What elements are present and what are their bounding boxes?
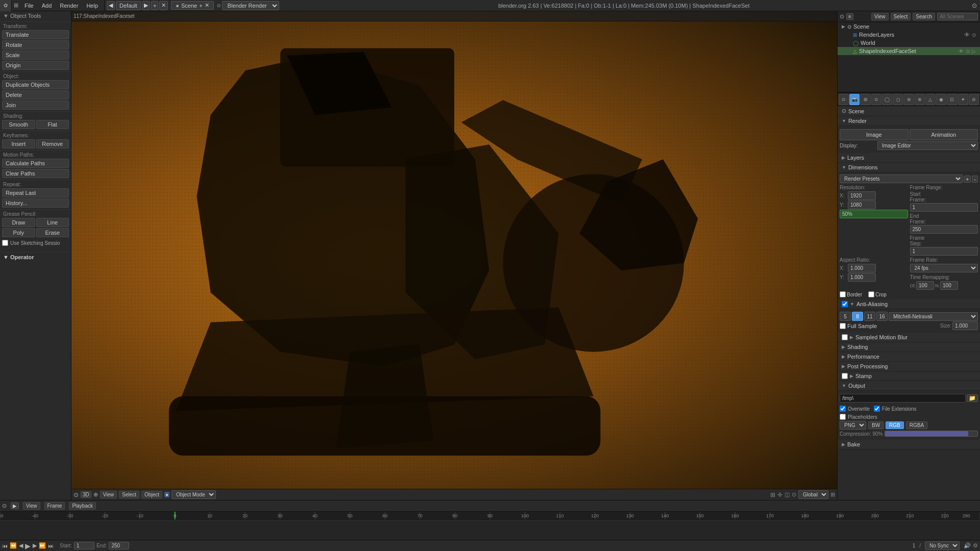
timeline-frame-btn[interactable]: Frame <box>44 502 65 510</box>
layout-add-btn[interactable]: + <box>151 1 158 10</box>
mode-selector[interactable]: Object Mode <box>172 490 216 499</box>
insert-btn[interactable]: Insert <box>2 139 35 148</box>
tab-object[interactable]: ◻ <box>893 94 903 105</box>
outliner-nav-icon[interactable]: ⊙ <box>840 13 844 20</box>
menu-render[interactable]: Render <box>56 0 82 11</box>
scene-tab-add[interactable]: + <box>199 3 202 9</box>
tab-constraints[interactable]: ⊛ <box>903 94 914 105</box>
draw-btn[interactable]: Draw <box>2 218 35 227</box>
next-frame-btn[interactable]: ⏩ <box>39 542 46 549</box>
tab-physics[interactable]: ⊘ <box>969 94 979 105</box>
keying-icon[interactable]: ⚙ <box>973 542 978 549</box>
aa-11-btn[interactable]: 11 <box>864 312 875 321</box>
res-percent-field[interactable] <box>840 210 908 218</box>
shape-select-icon[interactable]: ▷ <box>972 48 976 54</box>
smooth-btn[interactable]: Smooth <box>2 120 35 129</box>
timeline-playback-btn[interactable]: Playback <box>69 502 96 510</box>
outliner-select-btn[interactable]: Select <box>891 13 911 20</box>
menu-icon[interactable]: ⊞ <box>12 2 20 9</box>
transform-selector[interactable]: Global <box>798 490 828 499</box>
full-sample-checkbox[interactable] <box>840 323 846 329</box>
old-remap-field[interactable] <box>916 281 934 290</box>
tab-scene[interactable]: ⊙ <box>871 94 881 105</box>
tab-modifiers[interactable]: ⊗ <box>915 94 925 105</box>
framerate-select[interactable]: 24 fps <box>910 264 978 272</box>
scene-tab-close[interactable]: ✕ <box>205 2 209 9</box>
viewport-select-btn[interactable]: Select <box>119 491 139 498</box>
menu-add[interactable]: Add <box>38 0 56 11</box>
erase-btn[interactable]: Erase <box>36 228 69 237</box>
menu-file[interactable]: File <box>20 0 38 11</box>
render-section-header[interactable]: ▼ Render <box>838 116 980 126</box>
scene-settings-icon[interactable]: ⊙ <box>969 2 980 9</box>
tree-renderlayers[interactable]: ⊞ RenderLayers 👁 ⊙ <box>838 31 980 39</box>
crop-checkbox[interactable] <box>868 291 874 297</box>
new-remap-field[interactable] <box>940 281 958 290</box>
rgb-btn[interactable]: RGB <box>886 421 904 429</box>
border-checkbox[interactable] <box>840 291 846 297</box>
motion-blur-checkbox[interactable] <box>842 334 848 340</box>
display-selector[interactable]: Image Editor <box>877 141 978 150</box>
rgba-btn[interactable]: RGBA <box>906 421 927 429</box>
overwrite-checkbox[interactable] <box>840 406 846 412</box>
file-ext-checkbox[interactable] <box>874 406 880 412</box>
placeholders-checkbox[interactable] <box>840 414 846 420</box>
aa-filter-select[interactable]: Mitchell-Netravali <box>889 312 978 321</box>
overwrite-label[interactable]: Overwrite <box>840 406 870 412</box>
line-btn[interactable]: Line <box>36 218 69 227</box>
res-x-field[interactable] <box>848 191 876 200</box>
crop-check[interactable]: Crop <box>868 291 887 297</box>
render-image-btn[interactable]: Image <box>840 129 909 140</box>
outliner-view-btn[interactable]: View <box>871 13 889 20</box>
vp-lock-icon[interactable]: ⊞ <box>830 491 835 498</box>
aa-section-header[interactable]: ▼ Anti-Aliasing <box>838 299 980 309</box>
layout-close-btn[interactable]: ✕ <box>159 1 168 10</box>
end-frame-footer[interactable] <box>109 542 129 549</box>
res-y-field[interactable] <box>848 201 876 209</box>
performance-header[interactable]: ▶ Performance <box>838 352 980 362</box>
border-check[interactable]: Border <box>840 291 862 297</box>
viewport-toggle-icon[interactable]: ⊙ <box>74 491 79 498</box>
tab-world[interactable]: ◯ <box>882 94 892 105</box>
viewport-object-btn[interactable]: Object <box>141 491 162 498</box>
history-btn[interactable]: History... <box>2 198 69 208</box>
start-frame-field[interactable] <box>910 203 978 212</box>
dimensions-section-header[interactable]: ▼ Dimensions <box>838 163 980 172</box>
flat-btn[interactable]: Flat <box>36 120 69 129</box>
aa-5-btn[interactable]: 5 <box>840 312 851 321</box>
scene-tab[interactable]: ● Scene + ✕ <box>171 1 213 10</box>
format-select[interactable]: PNG <box>840 421 866 430</box>
menu-help[interactable]: Help <box>82 0 102 11</box>
layout-next-btn[interactable]: ▶ <box>142 1 150 10</box>
remove-btn[interactable]: Remove <box>36 139 69 148</box>
outliner-icon[interactable]: ≡ <box>846 13 853 20</box>
viewport[interactable]: 117:ShapeIndexedFaceset ⊙ 3D ⊕ View Sele… <box>71 11 837 500</box>
tab-texture[interactable]: ⊡ <box>947 94 957 105</box>
delete-btn[interactable]: Delete <box>2 90 69 99</box>
tree-scene[interactable]: ▶ ⊙ Scene <box>838 22 980 31</box>
jump-end-btn[interactable]: ⏭ <box>48 543 54 549</box>
aa-16-btn[interactable]: 16 <box>876 312 888 321</box>
shading-section-header[interactable]: ▶ Shading <box>838 342 980 352</box>
render-presets-select[interactable]: Render Presets <box>840 174 963 183</box>
audio-icon[interactable]: 🔊 <box>964 542 971 549</box>
file-ext-label[interactable]: File Extensions <box>874 406 917 412</box>
jump-start-btn[interactable]: ⏮ <box>2 543 8 549</box>
end-frame-field[interactable] <box>910 225 978 234</box>
vp-manipulator-icon[interactable]: ✛ <box>777 491 782 498</box>
prev-frame-btn[interactable]: ⏪ <box>10 542 17 549</box>
tree-world[interactable]: ◯ World <box>838 39 980 47</box>
aspect-y-field[interactable] <box>848 273 876 282</box>
aa-8-btn[interactable]: 8 <box>852 312 863 321</box>
tab-data[interactable]: △ <box>925 94 936 105</box>
output-path-field[interactable] <box>840 394 966 403</box>
timeline-track[interactable] <box>0 521 980 540</box>
tab-render[interactable]: 📷 <box>849 94 860 105</box>
bake-header[interactable]: ▶ Bake <box>838 440 980 449</box>
join-btn[interactable]: Join <box>2 101 69 110</box>
prev-key-btn[interactable]: ◀ <box>19 542 23 549</box>
aspect-x-field[interactable] <box>848 264 876 272</box>
outliner-search[interactable] <box>937 13 978 20</box>
rotate-btn[interactable]: Rotate <box>2 40 69 49</box>
motion-blur-header[interactable]: ▶ Sampled Motion Blur <box>838 333 980 342</box>
